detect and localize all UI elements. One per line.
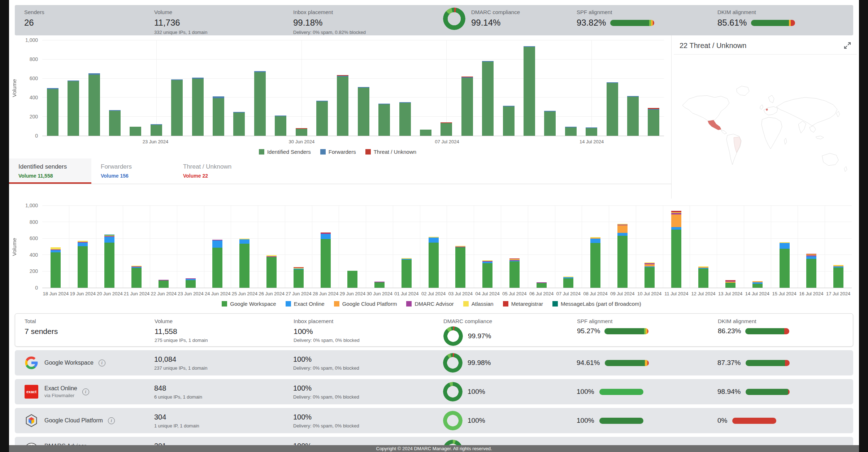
bar-12-jul-2024[interactable]	[544, 111, 556, 136]
bar-25-jun-2024[interactable]	[239, 239, 249, 288]
bar-08-jul-2024[interactable]	[461, 77, 473, 136]
bar-30-jun-2024[interactable]	[296, 128, 307, 136]
bar-29-jun-2024[interactable]	[275, 116, 286, 136]
bar-13-jul-2024[interactable]	[725, 280, 735, 288]
legend-item-messagelabs-part-of-broadcom-[interactable]: MessageLabs (part of Broadcom)	[552, 301, 641, 307]
bar-17-jul-2024[interactable]	[648, 108, 659, 136]
bar-09-jul-2024[interactable]	[482, 61, 494, 136]
bar-segment	[347, 271, 357, 288]
bar-22-jun-2024[interactable]	[159, 280, 169, 288]
legend-item-exact-online[interactable]: Exact Online	[286, 301, 325, 307]
sender-row[interactable]: Google Workspacei10,084237 unique IPs, 1…	[15, 350, 853, 375]
tab-identified-senders[interactable]: Identified sendersVolume 11,558	[9, 158, 91, 184]
bar-15-jul-2024[interactable]	[780, 242, 790, 288]
bar-05-jul-2024[interactable]	[509, 258, 520, 288]
bar-23-jun-2024[interactable]	[186, 278, 196, 288]
bar-02-jul-2024[interactable]	[337, 75, 348, 136]
legend-item-metaregistrar[interactable]: Metaregistrar	[503, 301, 543, 307]
bar-21-jun-2024[interactable]	[131, 266, 142, 288]
bar-22-jun-2024[interactable]	[130, 127, 141, 136]
bar-19-jun-2024[interactable]	[68, 81, 79, 136]
bar-26-jun-2024[interactable]	[213, 96, 224, 136]
bar-07-jul-2024[interactable]	[563, 277, 573, 288]
bar-segment	[239, 244, 249, 288]
legend-item-google-cloud-platform[interactable]: Google Cloud Platform	[334, 301, 397, 307]
legend-item-dmarc-advisor[interactable]: DMARC Advisor	[406, 301, 453, 307]
legend-item-identified-senders[interactable]: Identified Senders	[259, 149, 311, 155]
bar-10-jul-2024[interactable]	[645, 262, 655, 288]
bar-19-jun-2024[interactable]	[78, 241, 88, 288]
bar-segment	[233, 113, 245, 136]
bar-27-jun-2024[interactable]	[233, 112, 245, 136]
bar-segment	[617, 236, 628, 288]
bar-part	[610, 20, 649, 26]
bar-20-jun-2024[interactable]	[88, 73, 100, 136]
bar-23-jun-2024[interactable]	[151, 124, 162, 136]
bar-24-jun-2024[interactable]	[212, 240, 222, 288]
bar-24-jun-2024[interactable]	[171, 79, 183, 136]
bar-segment	[171, 80, 183, 136]
bar-segment	[645, 267, 655, 288]
bar-06-jul-2024[interactable]	[420, 130, 431, 136]
bar-04-jul-2024[interactable]	[482, 260, 492, 288]
legend-item-forwarders[interactable]: Forwarders	[320, 149, 356, 155]
info-icon[interactable]: i	[99, 360, 105, 366]
spf-header: SPF alignment	[577, 318, 718, 324]
stat-volume-label: Volume	[154, 9, 293, 15]
bar-02-jul-2024[interactable]	[429, 237, 439, 288]
bar-05-jul-2024[interactable]	[399, 102, 411, 136]
bar-06-jul-2024[interactable]	[537, 282, 547, 288]
bar-15-jul-2024[interactable]	[607, 82, 618, 136]
bar-08-jul-2024[interactable]	[590, 237, 600, 288]
bar-09-jul-2024[interactable]	[617, 224, 628, 288]
bar-03-jul-2024[interactable]	[455, 246, 465, 288]
bar-18-jun-2024[interactable]	[51, 247, 61, 288]
sender-row[interactable]: exactExact Onlinevia Flowmaileri8486 uni…	[15, 379, 853, 404]
bar-21-jun-2024[interactable]	[109, 110, 121, 136]
bar-11-jul-2024[interactable]	[524, 46, 535, 136]
bar-03-jul-2024[interactable]	[358, 87, 369, 136]
expand-icon[interactable]	[843, 41, 852, 50]
bar-14-jul-2024[interactable]	[586, 127, 597, 136]
bar-27-jun-2024[interactable]	[294, 267, 304, 288]
legend-item-atlassian[interactable]: Atlassian	[463, 301, 494, 307]
bar-18-jun-2024[interactable]	[47, 88, 58, 136]
bar-30-jun-2024[interactable]	[374, 282, 385, 288]
bar-12-jul-2024[interactable]	[698, 266, 708, 288]
bar-20-jun-2024[interactable]	[104, 235, 114, 288]
bar-17-jul-2024[interactable]	[833, 265, 843, 288]
info-icon[interactable]: i	[108, 417, 115, 424]
bar-01-jul-2024[interactable]	[316, 101, 328, 136]
footer: Copyright © 2024 DMARC Manager. All righ…	[9, 445, 859, 452]
bar-04-jul-2024[interactable]	[378, 104, 390, 136]
bar-11-jul-2024[interactable]	[671, 211, 681, 288]
legend-item-threat-unknown[interactable]: Threat / Unknown	[365, 149, 416, 155]
x-axis-label: 10 Jul 2024	[636, 291, 663, 296]
info-icon[interactable]: i	[82, 388, 89, 395]
threat-map-title: 22 Threat / Unknown	[680, 42, 746, 50]
world-map[interactable]	[674, 55, 857, 199]
tab-forwarders[interactable]: ForwardersVolume 156	[91, 158, 174, 184]
stat-spf-label: SPF alignment	[577, 9, 717, 15]
tab-threat-unknown[interactable]: Threat / UnknownVolume 22	[174, 158, 256, 184]
bar-01-jul-2024[interactable]	[402, 258, 412, 288]
bar-segment	[440, 123, 452, 136]
sender-row[interactable]: Google Cloud Platformi3041 unique IP, 1 …	[15, 408, 853, 433]
bar-16-jul-2024[interactable]	[627, 96, 639, 136]
bar-segment	[563, 278, 573, 288]
bar-29-jun-2024[interactable]	[347, 271, 357, 288]
bar-column	[395, 40, 415, 136]
bar-segment	[131, 268, 142, 288]
bar-25-jun-2024[interactable]	[192, 78, 204, 136]
bar-28-jun-2024[interactable]	[254, 71, 266, 136]
bar-16-jul-2024[interactable]	[806, 254, 816, 288]
bar-28-jun-2024[interactable]	[321, 232, 331, 288]
bar-14-jul-2024[interactable]	[752, 281, 763, 288]
volume-subtitle: 237 unique IPs, 1 domain	[154, 365, 293, 371]
volume-value: 848	[154, 384, 293, 392]
bar-07-jul-2024[interactable]	[440, 122, 452, 136]
bar-13-jul-2024[interactable]	[565, 127, 577, 136]
legend-item-google-workspace[interactable]: Google Workspace	[222, 301, 276, 307]
bar-10-jul-2024[interactable]	[503, 106, 515, 136]
bar-26-jun-2024[interactable]	[266, 255, 277, 288]
